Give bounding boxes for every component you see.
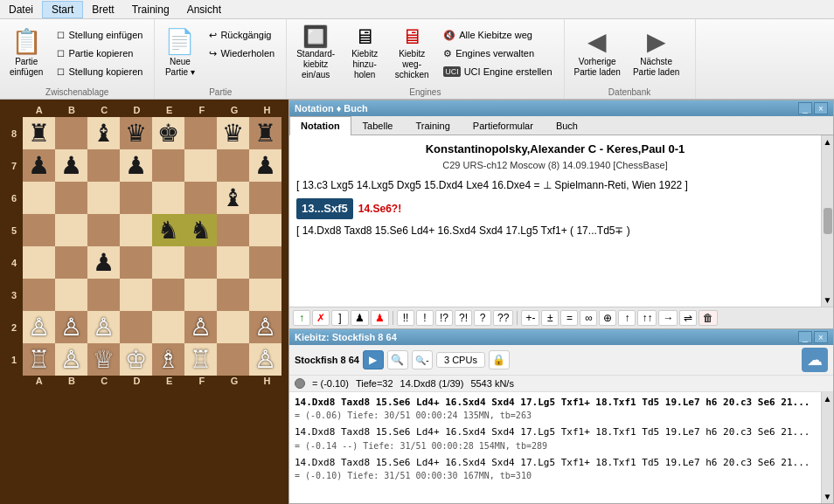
annot-btn-arrow-green[interactable]: ↑ [293,310,310,326]
kiebitz-scroll-up[interactable]: ▲ [824,394,832,404]
square-e3[interactable] [152,279,184,311]
annot-btn-eq[interactable]: = [560,310,578,326]
ribbon-btn-kiebitz-hinzuholen[interactable]: 🖥 Kiebitzhinzu-holen [343,23,386,82]
annot-btn-plus-minus[interactable]: +- [521,310,539,326]
square-c3[interactable] [87,279,120,311]
square-g1[interactable] [217,343,249,376]
square-f4[interactable] [184,246,217,279]
square-b6[interactable] [55,182,87,214]
square-d8[interactable]: ♛ [120,117,152,149]
tab-training[interactable]: Training [404,116,461,135]
ribbon-btn-naechste-partie[interactable]: ▶ NächstePartie laden [629,23,684,82]
notation-close-btn[interactable]: × [814,102,828,114]
square-b5[interactable] [55,214,87,246]
kiebitz-cpus-btn[interactable]: 3 CPUs [436,352,485,368]
ribbon-btn-alle-kiebitze-weg[interactable]: 🔇 Alle Kiebitze weg [437,26,558,44]
square-b7[interactable]: ♟ [55,149,87,182]
square-a3[interactable] [23,279,55,311]
annot-btn-q[interactable]: ? [474,310,491,326]
annot-btn-bracket[interactable]: ] [331,310,349,326]
annot-btn-double-q[interactable]: ?? [493,310,513,326]
square-c6[interactable] [87,182,120,214]
annot-btn-arrows[interactable]: ⇌ [679,310,697,326]
ribbon-btn-standardkiebitz[interactable]: 🔲 Standard-kiebitzein/aus [292,23,339,82]
square-g3[interactable] [217,279,249,311]
square-c1[interactable]: ♕ [87,343,120,376]
square-f1[interactable]: ♖ [184,343,217,376]
annot-btn-eraser[interactable]: 🗑 [698,310,718,326]
annot-btn-q-excl[interactable]: ?! [455,310,472,326]
menu-training[interactable]: Training [123,2,178,17]
square-h4[interactable] [249,246,281,279]
kiebitz-minimize-btn[interactable]: _ [798,331,812,343]
square-a8[interactable]: ♜ [23,117,55,149]
notation-scrollbar-thumb[interactable] [824,208,832,234]
kiebitz-lock-btn[interactable]: 🔒 [489,350,510,369]
ribbon-btn-engines-verwalten[interactable]: ⚙ Engines verwalten [437,45,558,62]
ribbon-btn-stellung-kopieren[interactable]: ☐ Stellung kopieren [51,63,149,80]
cloud-icon[interactable]: ☁ [802,348,828,372]
ribbon-btn-vorige-partie[interactable]: ◀ VorherigePartie laden [570,23,625,82]
kiebitz-play-btn[interactable]: ▶ [363,350,384,369]
annot-btn-cross-red[interactable]: ✗ [312,310,330,326]
square-d3[interactable] [120,279,152,311]
kiebitz-zoom-in-btn[interactable]: 🔍 [387,350,408,369]
square-g4[interactable] [217,246,249,279]
square-f2[interactable]: ♙ [184,311,217,343]
chess-board[interactable]: 8♜♝♛♚♛♜7♟♟♟♟6♝5♞♞4♟32♙♙♙♙♙1♖♙♕♔♗♖♙ [5,117,283,376]
square-f7[interactable] [184,149,217,182]
square-d7[interactable]: ♟ [120,149,152,182]
square-h1[interactable]: ♙ [249,343,281,376]
square-d6[interactable] [120,182,152,214]
kiebitz-scroll-down[interactable]: ▼ [824,492,832,501]
ribbon-btn-neue-partie[interactable]: 📄 NeuePartie ▾ [160,23,199,82]
square-d1[interactable]: ♔ [120,343,152,376]
square-b4[interactable] [55,246,87,279]
menu-ansicht[interactable]: Ansicht [178,2,230,17]
menu-datei[interactable]: Datei [0,2,42,17]
menu-start[interactable]: Start [42,1,83,18]
ribbon-btn-partie-kopieren[interactable]: ☐ Partie kopieren [51,45,149,62]
tab-buch[interactable]: Buch [545,116,589,135]
ribbon-btn-stellung-einfuegen[interactable]: ☐ Stellung einfügen [51,26,149,44]
square-b1[interactable]: ♙ [55,343,87,376]
annot-btn-up[interactable]: ↑ [618,310,636,326]
annot-btn-arrow-right[interactable]: → [658,310,678,326]
square-h6[interactable] [249,182,281,214]
square-e2[interactable] [152,311,184,343]
square-e5[interactable]: ♞ [152,214,184,246]
square-h2[interactable]: ♙ [249,311,281,343]
annot-btn-excl[interactable]: ! [416,310,434,326]
tab-partieformular[interactable]: Partieformular [462,116,545,135]
square-h7[interactable]: ♟ [249,149,281,182]
kiebitz-zoom-out-btn[interactable]: 🔍- [412,350,433,369]
square-c5[interactable] [87,214,120,246]
square-f8[interactable] [184,117,217,149]
square-e1[interactable]: ♗ [152,343,184,376]
square-g5[interactable] [217,214,249,246]
annot-btn-inf[interactable]: ∞ [580,310,597,326]
square-b2[interactable]: ♙ [55,311,87,343]
ribbon-btn-kiebitz-wegschicken[interactable]: 🖥 Kiebitzweg-schicken [390,23,434,82]
ribbon-btn-partie-einfuegen[interactable]: 📋 Partieeinfügen [5,23,47,82]
square-d2[interactable] [120,311,152,343]
square-a1[interactable]: ♖ [23,343,55,376]
square-g7[interactable] [217,149,249,182]
ribbon-btn-wiederholen[interactable]: ↪ Wiederholen [203,45,281,62]
notation-scroll-up[interactable]: ▲ [824,137,832,147]
square-a7[interactable]: ♟ [23,149,55,182]
square-e4[interactable] [152,246,184,279]
tab-notation[interactable]: Notation [289,116,351,135]
square-e8[interactable]: ♚ [152,117,184,149]
square-h5[interactable] [249,214,281,246]
notation-scroll-down[interactable]: ▼ [824,295,832,305]
square-c2[interactable]: ♙ [87,311,120,343]
square-h3[interactable] [249,279,281,311]
square-c8[interactable]: ♝ [87,117,120,149]
annot-btn-pawn-dark[interactable]: ♟ [351,310,369,326]
square-e6[interactable] [152,182,184,214]
kiebitz-close-btn[interactable]: × [814,331,828,343]
square-a6[interactable] [23,182,55,214]
annot-btn-comp[interactable]: ⊕ [599,310,616,326]
square-e7[interactable] [152,149,184,182]
